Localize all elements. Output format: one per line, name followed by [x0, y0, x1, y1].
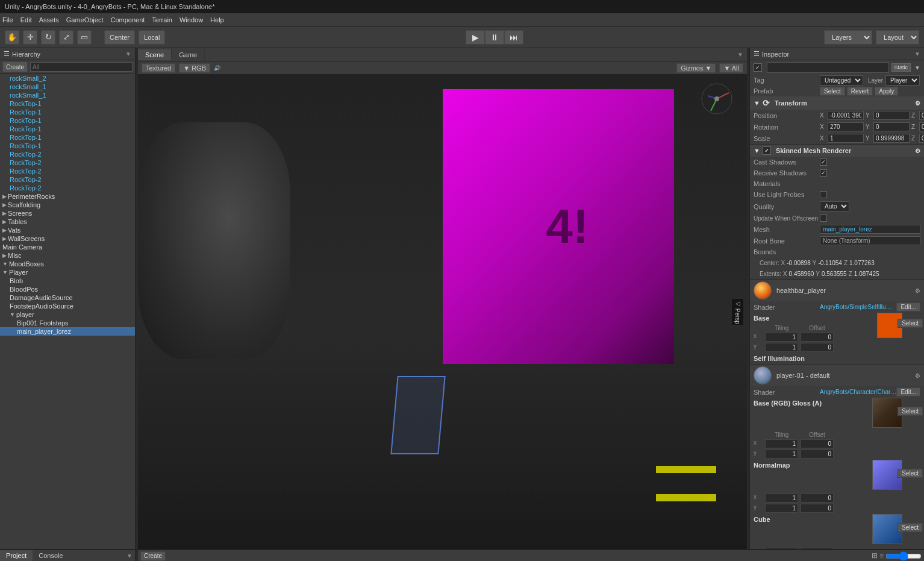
healthbar-tiling-y-input[interactable]: [765, 343, 798, 352]
hier-bloodpos[interactable]: BloodPos: [0, 285, 135, 293]
cast-shadows-checkbox[interactable]: [820, 158, 827, 166]
scale-x-input[interactable]: [828, 134, 864, 143]
tag-select[interactable]: Untagged: [820, 75, 863, 86]
player-offset-x-input[interactable]: [801, 439, 834, 448]
hier-bip001[interactable]: Bip001 Footsteps: [0, 319, 135, 327]
rotate-tool[interactable]: ↻: [41, 30, 55, 45]
transform-header[interactable]: ▼ ⟳ Transform ⚙: [750, 96, 924, 110]
hier-main-camera[interactable]: Main Camera: [0, 243, 135, 251]
normalmap-offset-y-input[interactable]: [801, 504, 834, 513]
rot-z-input[interactable]: [919, 122, 924, 131]
healthbar-offset-x-input[interactable]: [801, 333, 834, 342]
object-name-input[interactable]: main_player_lorez: [767, 62, 889, 73]
prefab-revert-btn[interactable]: Revert: [847, 87, 873, 96]
player-base-select-btn[interactable]: Select: [897, 407, 923, 416]
hier-item[interactable]: RockTop-1: [0, 133, 135, 142]
update-when-checkbox[interactable]: [820, 215, 827, 222]
hier-vats[interactable]: ▶Vats: [0, 226, 135, 234]
scale-tool[interactable]: ⤢: [59, 30, 73, 45]
receive-shadows-checkbox[interactable]: [820, 169, 827, 177]
hier-wallscreens[interactable]: ▶WallScreens: [0, 234, 135, 243]
static-arrow[interactable]: ▼: [914, 64, 920, 71]
hierarchy-menu[interactable]: ▼: [125, 51, 131, 57]
hier-item[interactable]: RockTop-1: [0, 125, 135, 133]
color-dropdown[interactable]: ▼ RGB: [179, 63, 210, 73]
quality-select[interactable]: Auto: [820, 201, 849, 212]
hier-tables[interactable]: ▶Tables: [0, 218, 135, 226]
hier-item[interactable]: RockTop-1: [0, 142, 135, 150]
step-button[interactable]: ⏭: [504, 30, 523, 45]
prefab-select-btn[interactable]: Select: [820, 87, 845, 96]
player-offset-y-input[interactable]: [801, 450, 834, 459]
normalmap-select-btn[interactable]: Select: [897, 469, 923, 478]
hier-item[interactable]: RockTop-2: [0, 184, 135, 192]
tab-console[interactable]: Console: [33, 550, 69, 561]
healthbar-menu[interactable]: ⚙: [915, 287, 920, 294]
layer-select[interactable]: Player: [885, 75, 920, 86]
cube-offset-x-input[interactable]: [801, 548, 834, 549]
layers-dropdown[interactable]: Layers: [824, 30, 872, 45]
hier-item[interactable]: RockTop-2: [0, 175, 135, 184]
hier-scaffolding[interactable]: ▶Scaffolding: [0, 201, 135, 209]
shading-dropdown[interactable]: Textured: [142, 63, 175, 73]
normalmap-tiling-x-input[interactable]: [765, 494, 798, 503]
skinned-mesh-menu[interactable]: ⚙: [915, 148, 920, 154]
skinned-active-checkbox[interactable]: [763, 146, 771, 155]
healthbar-offset-y-input[interactable]: [801, 343, 834, 352]
player-edit-btn[interactable]: Edit...: [896, 387, 920, 396]
hier-main-player-lorez[interactable]: main_player_lorez: [0, 327, 135, 336]
asset-create-btn[interactable]: Create: [140, 551, 166, 561]
asset-zoom-slider[interactable]: [885, 551, 922, 561]
tab-game[interactable]: Game: [172, 49, 205, 60]
hier-item[interactable]: rockSmall_1: [0, 83, 135, 91]
player-tiling-y-input[interactable]: [765, 450, 798, 459]
hier-item[interactable]: RockTop-2: [0, 167, 135, 175]
hier-item[interactable]: RockTop-1: [0, 108, 135, 116]
scale-z-input[interactable]: [919, 134, 924, 143]
project-menu[interactable]: ▼: [124, 553, 135, 559]
rot-y-input[interactable]: [873, 122, 910, 131]
layout-dropdown[interactable]: Layout: [876, 30, 919, 45]
hier-moodboxes[interactable]: ▼MoodBoxes: [0, 260, 135, 268]
hier-perimeter-rocks[interactable]: ▶PerimeterRocks: [0, 192, 135, 201]
hier-item[interactable]: RockTop-2: [0, 158, 135, 167]
menu-window[interactable]: Window: [179, 16, 203, 24]
player-mat-menu[interactable]: ⚙: [915, 372, 920, 379]
cube-tiling-x-input[interactable]: [765, 548, 798, 549]
hier-player-sub[interactable]: ▼player: [0, 310, 135, 319]
mesh-ref[interactable]: main_player_lorez: [820, 225, 920, 234]
menu-edit[interactable]: Edit: [20, 16, 32, 24]
menu-file[interactable]: File: [2, 16, 13, 24]
normalmap-offset-x-input[interactable]: [801, 494, 834, 503]
player-tiling-x-input[interactable]: [765, 439, 798, 448]
scene-persp-label[interactable]: ◁ Persp: [732, 299, 743, 325]
menu-gameobject[interactable]: GameObject: [66, 16, 104, 24]
healthbar-tiling-x-input[interactable]: [765, 333, 798, 342]
all-dropdown[interactable]: ▼ All: [719, 63, 743, 73]
rect-tool[interactable]: ▭: [77, 30, 92, 45]
hier-item[interactable]: RockTop-1: [0, 99, 135, 108]
transform-menu[interactable]: ⚙: [915, 100, 920, 107]
hierarchy-create-btn[interactable]: Create: [2, 61, 28, 72]
use-light-probes-checkbox[interactable]: [820, 191, 827, 198]
skinned-mesh-header[interactable]: ▼ Skinned Mesh Renderer ⚙: [750, 145, 924, 157]
move-tool[interactable]: ✛: [23, 30, 37, 45]
pos-x-input[interactable]: [828, 111, 864, 120]
prefab-apply-btn[interactable]: Apply: [875, 87, 898, 96]
cube-select-btn[interactable]: Select: [897, 523, 923, 532]
asset-icon-view[interactable]: ⊞: [872, 551, 878, 561]
hier-blob[interactable]: Blob: [0, 277, 135, 285]
healthbar-select-btn[interactable]: Select: [897, 319, 923, 328]
scene-view[interactable]: 4! ◁ Persp: [138, 75, 747, 549]
hierarchy-search[interactable]: [30, 62, 133, 72]
pause-button[interactable]: ⏸: [485, 30, 504, 45]
scene-gizmo[interactable]: [699, 81, 735, 117]
scene-options[interactable]: ▼: [734, 51, 747, 58]
hier-damage-audio[interactable]: DamageAudioSource: [0, 293, 135, 302]
root-bone-ref[interactable]: None (Transform): [820, 236, 920, 245]
asset-list-view[interactable]: ≡: [879, 551, 884, 561]
menu-assets[interactable]: Assets: [39, 16, 59, 24]
play-button[interactable]: ▶: [466, 30, 485, 45]
static-badge[interactable]: Static: [891, 63, 911, 72]
object-active-checkbox[interactable]: [754, 63, 762, 72]
